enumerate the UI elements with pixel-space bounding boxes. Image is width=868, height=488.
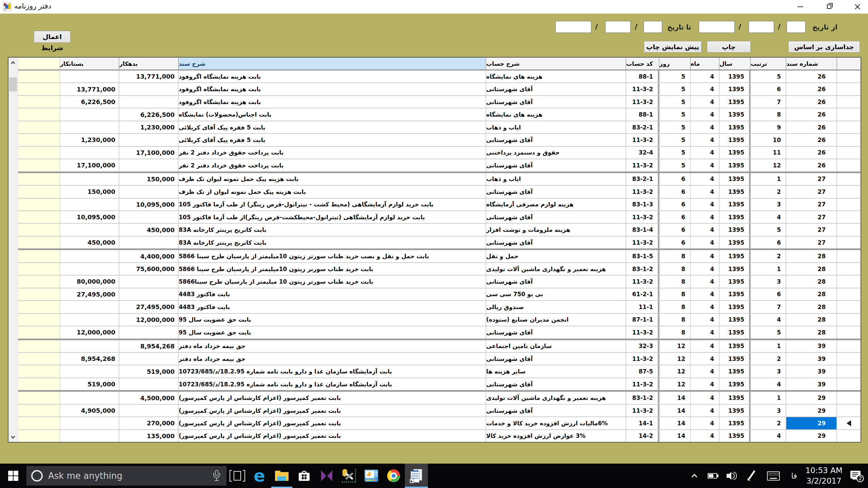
- cell-sequence[interactable]: 10: [751, 134, 786, 146]
- cell-doc-description[interactable]: بابت هزینه پیک حمل نمونه لیوان از تک ظرف: [179, 186, 486, 198]
- cell-account-code[interactable]: 61-2-1: [626, 288, 659, 300]
- cell-doc-description[interactable]: بابت خرید طناب سورتر زیتون 10میلیمتر از …: [179, 263, 486, 275]
- cell-debit[interactable]: [119, 96, 179, 108]
- cell-debit[interactable]: [119, 83, 179, 95]
- cell-doc-description[interactable]: بابت تعمیر کمپرسور (اعزام کارشناس از پار…: [179, 392, 486, 404]
- cell-sequence[interactable]: 7: [751, 96, 786, 108]
- cell-credit[interactable]: [60, 199, 119, 210]
- cell-month[interactable]: 4: [691, 417, 719, 429]
- cell-day[interactable]: 6: [659, 211, 691, 223]
- cell-doc-number[interactable]: 39: [786, 365, 837, 377]
- cell-year[interactable]: 1395: [719, 147, 751, 159]
- header-account-code[interactable]: کد حساب: [626, 58, 659, 69]
- table-row[interactable]: 1,230,000 بابت 5 فقره پیک آقای کربلائی ا…: [18, 121, 861, 134]
- cell-year[interactable]: 1395: [719, 173, 751, 185]
- from-year-input[interactable]: [699, 21, 735, 33]
- cell-day[interactable]: 14: [659, 405, 691, 416]
- table-row[interactable]: 4,400,000 بابت حمل و نقل و نصب خرید طناب…: [18, 250, 861, 263]
- cell-debit[interactable]: 17,100,000: [119, 147, 179, 159]
- cell-doc-number[interactable]: 27: [786, 224, 837, 236]
- cell-doc-number[interactable]: 27: [786, 173, 837, 185]
- table-row[interactable]: 4,905,000 بابت تعمیر کمپرسور (اعزام کارش…: [18, 405, 861, 417]
- cell-month[interactable]: 4: [691, 301, 719, 313]
- cell-debit[interactable]: 4,400,000: [119, 250, 179, 262]
- start-button[interactable]: [0, 464, 26, 488]
- cell-year[interactable]: 1395: [719, 276, 751, 287]
- cell-month[interactable]: 4: [691, 288, 719, 300]
- cell-account-description[interactable]: انجمن مدیران صنایع (ستوده): [486, 314, 626, 326]
- table-row[interactable]: 13,771,000 بابت هزینه نمایشگاه اگروفود آ…: [18, 83, 861, 96]
- separate-by-document-button[interactable]: جداسازی بر اساس سند: [788, 41, 860, 53]
- cell-debit[interactable]: 10,095,000: [119, 199, 179, 210]
- language-indicator[interactable]: فا: [785, 464, 804, 488]
- cell-credit[interactable]: 10,095,000: [60, 211, 119, 223]
- to-month-input[interactable]: [605, 21, 631, 33]
- cell-doc-number[interactable]: 29: [786, 392, 837, 404]
- cell-sequence[interactable]: 2: [751, 250, 786, 262]
- cell-credit[interactable]: [60, 340, 119, 352]
- header-doc-number[interactable]: شماره سند: [786, 58, 837, 69]
- cell-day[interactable]: 12: [659, 378, 691, 390]
- cell-doc-number[interactable]: 27: [786, 199, 837, 210]
- cell-day[interactable]: 5: [659, 159, 691, 171]
- cell-account-code[interactable]: 11-3-2: [626, 326, 659, 338]
- table-row[interactable]: 75,600,000 بابت خرید طناب سورتر زیتون 10…: [18, 263, 861, 276]
- cell-credit[interactable]: 4,905,000: [60, 405, 119, 416]
- cell-month[interactable]: 4: [691, 173, 719, 185]
- cell-account-code[interactable]: 83-2-1: [626, 121, 659, 133]
- cell-doc-number[interactable]: 26: [786, 70, 837, 82]
- action-center-button[interactable]: 2: [844, 464, 868, 488]
- cell-day[interactable]: 12: [659, 365, 691, 377]
- table-row[interactable]: 27,495,000 بابت فاکتور 4483 بی بو 750 سی…: [18, 288, 861, 301]
- cell-month[interactable]: 4: [691, 108, 719, 120]
- cell-credit[interactable]: [60, 314, 119, 326]
- cell-sequence[interactable]: 3: [751, 365, 786, 377]
- cell-account-code[interactable]: 11-3-2: [626, 405, 659, 416]
- cell-credit[interactable]: 80,000,000: [60, 276, 119, 287]
- cell-year[interactable]: 1395: [719, 237, 751, 248]
- cell-sequence[interactable]: 5: [751, 224, 786, 236]
- cell-credit[interactable]: [60, 70, 119, 82]
- cell-year[interactable]: 1395: [719, 417, 751, 429]
- cell-sequence[interactable]: 1: [751, 173, 786, 185]
- cell-day[interactable]: 5: [659, 70, 691, 82]
- header-credit[interactable]: بستانکار: [60, 58, 119, 69]
- cell-year[interactable]: 1395: [719, 83, 751, 95]
- cell-sequence[interactable]: 6: [751, 83, 786, 95]
- cell-account-description[interactable]: آقای شهرستانی: [486, 83, 626, 95]
- cell-account-description[interactable]: ایاب و ذهاب: [486, 121, 626, 133]
- table-row[interactable]: 17,100,000 بابت پرداخت حقوق خرداد دفتر 2…: [18, 159, 861, 173]
- cell-doc-number[interactable]: 39: [786, 353, 837, 365]
- cell-doc-description[interactable]: بابت خرید لوازم آزمایشگاهی (تیترانول-محی…: [179, 211, 486, 223]
- cell-debit[interactable]: [119, 378, 179, 390]
- from-day-input[interactable]: [787, 21, 806, 33]
- cell-day[interactable]: 5: [659, 147, 691, 159]
- cell-doc-number[interactable]: 26: [786, 96, 837, 108]
- cell-credit[interactable]: 12,000,000: [60, 326, 119, 338]
- cell-day[interactable]: 6: [659, 237, 691, 248]
- cell-sequence[interactable]: 2: [751, 186, 786, 198]
- cell-account-description[interactable]: آقای شهرستانی: [486, 237, 626, 248]
- cell-year[interactable]: 1395: [719, 263, 751, 275]
- header-debit[interactable]: بدهکار: [119, 58, 179, 69]
- taskbar-item-chrome[interactable]: [382, 464, 405, 488]
- table-row[interactable]: 12,000,000 بابت حق عضویت سال 95 آقای شهر…: [18, 326, 861, 340]
- cell-doc-description[interactable]: بابت هزینه نمایشگاه اگروفود: [179, 96, 486, 108]
- cell-sequence[interactable]: 4: [751, 314, 786, 326]
- microphone-icon[interactable]: [213, 470, 220, 482]
- cell-credit[interactable]: [60, 173, 119, 185]
- task-view-button[interactable]: [226, 464, 248, 488]
- cell-account-code[interactable]: 83-1-2: [626, 392, 659, 404]
- cell-sequence[interactable]: 3: [751, 276, 786, 287]
- cell-sequence[interactable]: 1: [751, 263, 786, 275]
- from-month-input[interactable]: [749, 21, 774, 33]
- cell-doc-description[interactable]: بابت تعمیر کمپرسور (اعزام کارشناس از پار…: [179, 417, 486, 429]
- cell-year[interactable]: 1395: [719, 378, 751, 390]
- cell-doc-number[interactable]: 39: [786, 378, 837, 390]
- cell-sequence[interactable]: 1: [751, 340, 786, 352]
- cell-day[interactable]: 14: [659, 392, 691, 404]
- to-day-input[interactable]: [644, 21, 662, 33]
- cell-account-description[interactable]: آقای شهرستانی: [486, 211, 626, 223]
- table-row[interactable]: 450,000 بابت کاتریج پرینتر کارخانه 83A ه…: [18, 224, 861, 236]
- table-row[interactable]: 270,000 بابت تعمیر کمپرسور (اعزام کارشنا…: [18, 417, 861, 430]
